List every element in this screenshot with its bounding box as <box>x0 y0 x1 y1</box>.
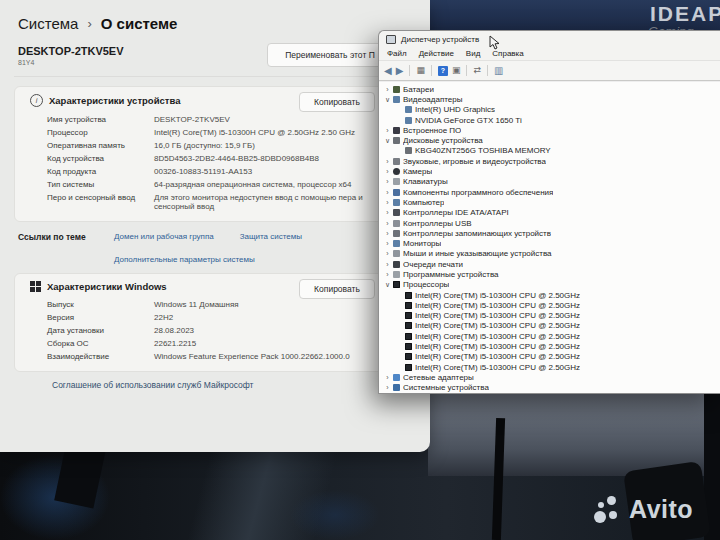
wallpaper-gray-panel <box>428 390 720 476</box>
battery-icon <box>393 86 400 93</box>
device-manager-toolbar: ◀ ▶ ▦ ? ▣ ⇄ ▥ <box>379 60 720 81</box>
console-tree-icon[interactable]: ▦ <box>416 66 425 75</box>
back-icon[interactable]: ◀ <box>384 66 392 76</box>
wallpaper-blue-glow <box>290 490 380 540</box>
scan-hardware-icon[interactable]: ⇄ <box>473 66 481 75</box>
spec-label: Оперативная память <box>47 141 154 150</box>
expander-chevron-icon[interactable]: › <box>383 220 392 227</box>
toolbar-separator <box>466 65 467 76</box>
tree-item[interactable]: › Компьютер <box>379 197 720 207</box>
tree-item-label: NVIDIA GeForce GTX 1650 Ti <box>415 116 522 125</box>
tree-item[interactable]: Intel(R) Core(TM) i5-10300H CPU @ 2.50GH… <box>379 331 720 341</box>
tree-item[interactable]: › Встроенное ПО <box>379 125 720 135</box>
menu-item[interactable]: Справка <box>492 49 523 58</box>
tree-item[interactable]: ∨ Дисковые устройства <box>379 135 720 145</box>
tree-item[interactable]: › Программные устройства <box>379 269 720 279</box>
avito-watermark: Avito <box>594 495 693 524</box>
expander-chevron-icon[interactable]: › <box>383 271 392 278</box>
tree-item[interactable]: ∨ Видеоадаптеры <box>379 94 720 104</box>
expander-chevron-icon[interactable]: › <box>383 250 392 257</box>
tree-item[interactable]: KBG40ZNT256G TOSHIBA MEMORY <box>379 146 720 156</box>
expander-chevron-icon[interactable]: ∨ <box>383 137 392 144</box>
tree-item[interactable]: › Звуковые, игровые и видеоустройства <box>379 156 720 166</box>
menu-item[interactable]: Вид <box>466 49 480 58</box>
copy-device-specs-button[interactable]: Копировать <box>299 92 375 112</box>
tree-item[interactable]: › Мониторы <box>379 238 720 248</box>
tree-item[interactable]: ∨ Процессоры <box>379 280 720 290</box>
tree-item[interactable]: › Компоненты программного обеспечения <box>379 187 720 197</box>
related-link[interactable]: Дополнительные параметры системы <box>114 255 255 264</box>
mouse-cursor <box>489 35 500 50</box>
ide-controller-icon <box>393 209 400 216</box>
expander-chevron-icon[interactable]: › <box>383 384 392 391</box>
tree-item[interactable]: › Сетевые адаптеры <box>379 372 720 382</box>
spec-label: Имя устройства <box>47 115 154 124</box>
forward-icon[interactable]: ▶ <box>396 66 404 76</box>
expander-chevron-icon[interactable]: ∨ <box>383 96 392 103</box>
properties-icon[interactable]: ▣ <box>452 66 461 75</box>
help-icon[interactable]: ? <box>438 66 448 76</box>
spec-row: Процессор Intel(R) Core(TM) i5-10300H CP… <box>30 126 405 139</box>
tree-item[interactable]: › Камеры <box>379 166 720 176</box>
expander-chevron-icon[interactable]: › <box>383 86 392 93</box>
tree-item[interactable]: › Очереди печати <box>379 259 720 269</box>
tree-item-label: Intel(R) Core(TM) i5-10300H CPU @ 2.50GH… <box>415 321 580 330</box>
tree-item[interactable]: Intel(R) UHD Graphics <box>379 105 720 115</box>
tree-item[interactable]: › Мыши и иные указывающие устройства <box>379 249 720 259</box>
monitor-device-icon <box>393 240 400 247</box>
tree-item[interactable]: NVIDIA GeForce GTX 1650 Ti <box>379 115 720 125</box>
tree-item[interactable]: Intel(R) Core(TM) i5-10300H CPU @ 2.50GH… <box>379 341 720 351</box>
tree-item[interactable]: Intel(R) Core(TM) i5-10300H CPU @ 2.50GH… <box>379 311 720 321</box>
expander-chevron-icon[interactable]: › <box>383 168 392 175</box>
expander-chevron-icon[interactable]: › <box>383 127 392 134</box>
tree-item[interactable]: Intel(R) Core(TM) i5-10300H CPU @ 2.50GH… <box>379 290 720 300</box>
expander-chevron-icon[interactable]: › <box>383 230 392 237</box>
spec-row: Выпуск Windows 11 Домашняя <box>30 298 405 311</box>
audio-icon <box>393 158 400 165</box>
tree-item[interactable]: › Системные устройства <box>379 383 720 393</box>
copy-windows-specs-button[interactable]: Копировать <box>299 279 375 299</box>
monitor-icon[interactable]: ▥ <box>494 66 503 76</box>
services-agreement-link[interactable]: Соглашение об использовании служб Майкро… <box>52 380 430 390</box>
tree-item[interactable]: › Контроллеры USB <box>379 218 720 228</box>
related-links-title: Ссылки по теме <box>18 232 96 264</box>
avito-logo-icon <box>594 496 622 524</box>
related-link[interactable]: Домен или рабочая группа <box>114 232 214 241</box>
expander-chevron-icon[interactable]: › <box>383 209 392 216</box>
tree-item[interactable]: › Клавиатуры <box>379 177 720 187</box>
menu-item[interactable]: Файл <box>387 49 407 58</box>
expander-chevron-icon[interactable]: › <box>383 158 392 165</box>
windows-specs-card: Характеристики Windows Копировать Выпуск… <box>14 273 416 372</box>
rename-pc-button[interactable]: Переименовать этот П <box>267 43 393 67</box>
computer-icon <box>393 199 400 206</box>
tree-item[interactable]: Intel(R) Core(TM) i5-10300H CPU @ 2.50GH… <box>379 352 720 362</box>
tree-item-label: Сетевые адаптеры <box>403 373 474 382</box>
breadcrumb: Система › О системе <box>0 0 430 41</box>
spec-row: Имя устройства DESKTOP-2TKV5EV <box>30 113 405 126</box>
expander-chevron-icon[interactable]: › <box>383 261 392 268</box>
tree-item[interactable]: Intel(R) Core(TM) i5-10300H CPU @ 2.50GH… <box>379 362 720 372</box>
tree-item[interactable]: › Контроллеры запоминающих устройств <box>379 228 720 238</box>
breadcrumb-system[interactable]: Система <box>18 15 78 32</box>
device-manager-icon <box>386 35 396 44</box>
tree-item[interactable]: › Батареи <box>379 84 720 94</box>
spec-label: Процессор <box>47 128 154 137</box>
tree-item[interactable]: › Контроллеры IDE ATA/ATAPI <box>379 208 720 218</box>
expander-chevron-icon[interactable]: › <box>383 189 392 196</box>
expander-chevron-icon[interactable]: › <box>383 199 392 206</box>
processor-icon <box>405 333 412 340</box>
expander-chevron-icon[interactable]: › <box>383 178 392 185</box>
expander-chevron-icon[interactable]: › <box>383 240 392 247</box>
device-manager-titlebar[interactable]: Диспетчер устройств <box>379 31 720 47</box>
spec-label: Выпуск <box>47 300 154 309</box>
expander-chevron-icon[interactable]: › <box>383 374 392 381</box>
tree-item-label: KBG40ZNT256G TOSHIBA MEMORY <box>415 146 551 155</box>
related-link[interactable]: Защита системы <box>240 232 302 241</box>
camera-icon <box>393 168 400 175</box>
tree-item[interactable]: Intel(R) Core(TM) i5-10300H CPU @ 2.50GH… <box>379 300 720 310</box>
menu-item[interactable]: Действие <box>419 49 454 58</box>
expander-chevron-icon[interactable]: ∨ <box>383 281 392 288</box>
tree-item[interactable]: Intel(R) Core(TM) i5-10300H CPU @ 2.50GH… <box>379 321 720 331</box>
device-specs-rows: Имя устройства DESKTOP-2TKV5EV Процессор… <box>30 113 405 213</box>
spec-value: Windows Feature Experience Pack 1000.226… <box>154 352 405 361</box>
